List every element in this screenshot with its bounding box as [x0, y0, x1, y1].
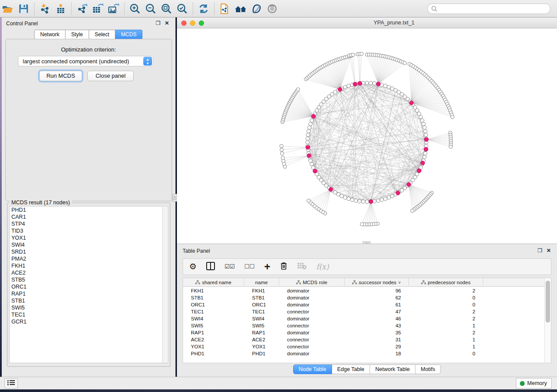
settings-gear-icon[interactable]: ⚙	[189, 262, 197, 271]
float-panel-icon[interactable]: ❐	[537, 248, 543, 254]
zoom-in-icon[interactable]	[127, 2, 143, 16]
graph-node[interactable]	[369, 81, 372, 85]
graph-node[interactable]	[419, 115, 422, 119]
graph-mcds-node[interactable]	[424, 147, 428, 151]
delete-table-icon[interactable]	[297, 262, 307, 271]
import-network-icon[interactable]	[37, 2, 53, 16]
mcds-result-item[interactable]: SWI5	[10, 304, 168, 311]
graph-node[interactable]	[424, 133, 428, 137]
tab-network-table[interactable]: Network Table	[370, 364, 415, 374]
export-network-icon[interactable]	[74, 2, 90, 16]
graph-node[interactable]	[411, 209, 414, 213]
column-header-successor-nodes[interactable]: successor nodes∨	[345, 278, 409, 287]
graph-node[interactable]	[343, 196, 347, 199]
graph-node[interactable]	[422, 122, 425, 126]
window-close-button[interactable]	[181, 21, 187, 26]
table-row[interactable]: PHD1PHD1dominator180	[183, 350, 545, 357]
tab-edge-table[interactable]: Edge Table	[332, 364, 370, 374]
graph-node[interactable]	[350, 198, 354, 202]
graph-node[interactable]	[365, 200, 369, 203]
tab-motifs[interactable]: Motifs	[415, 364, 441, 374]
graph-node[interactable]	[403, 62, 407, 65]
tab-style[interactable]: Style	[66, 30, 89, 39]
graph-node[interactable]	[308, 159, 312, 162]
run-mcds-button[interactable]: Run MCDS	[39, 71, 82, 81]
table-row[interactable]: ACE2ACE2connector311	[183, 336, 545, 343]
mcds-result-item[interactable]: STB1	[10, 297, 168, 304]
tab-node-table[interactable]: Node Table	[293, 364, 332, 374]
graph-node[interactable]	[306, 133, 310, 137]
graph-mcds-node[interactable]	[369, 199, 373, 203]
graph-node[interactable]	[361, 200, 365, 203]
graph-node[interactable]	[281, 156, 284, 160]
graph-node[interactable]	[308, 126, 311, 129]
zoom-out-icon[interactable]	[143, 2, 159, 16]
network-window-titlebar[interactable]: YPA_prune.txt_1	[177, 17, 557, 28]
scrollbar-thumb[interactable]	[546, 281, 550, 323]
mcds-result-item[interactable]: PMA2	[10, 255, 168, 262]
refresh-layout-icon[interactable]	[196, 2, 211, 16]
graph-node[interactable]	[358, 199, 361, 203]
graph-node[interactable]	[384, 84, 387, 87]
graph-mcds-node[interactable]	[311, 114, 315, 118]
column-header-name[interactable]: name	[244, 278, 279, 287]
table-row[interactable]: SWI5SWI5connector431	[183, 322, 545, 329]
tab-network[interactable]: Network	[34, 30, 66, 39]
graph-mcds-node[interactable]	[377, 82, 381, 86]
mcds-result-list[interactable]: PHD1CAR1STP4TID3YOX1SWI4SRD1PMA2FKH1ACE2…	[9, 206, 168, 363]
graph-node[interactable]	[347, 197, 350, 200]
tab-select[interactable]: Select	[89, 30, 115, 39]
graph-node[interactable]	[280, 152, 284, 155]
graph-node[interactable]	[280, 148, 284, 151]
graph-node[interactable]	[306, 137, 309, 140]
graph-mcds-node[interactable]	[329, 187, 333, 191]
graph-mcds-node[interactable]	[313, 169, 317, 173]
function-builder-icon[interactable]: f(x)	[316, 262, 329, 271]
graph-node[interactable]	[387, 85, 391, 89]
optimization-criterion-select[interactable]: largest connected component (undirected)…	[18, 56, 153, 66]
column-header-predecessor-nodes[interactable]: predecessor nodes	[409, 278, 483, 287]
show-columns-icon[interactable]	[206, 262, 215, 272]
add-column-icon[interactable]: +	[264, 262, 270, 271]
graph-node[interactable]	[391, 194, 394, 198]
memory-button[interactable]: Memory	[516, 378, 552, 389]
hide-visual-icon[interactable]	[249, 2, 264, 16]
open-file-icon[interactable]	[0, 2, 16, 16]
graph-mcds-node[interactable]	[306, 145, 310, 149]
window-minimize-button[interactable]	[190, 21, 195, 26]
graph-node[interactable]	[423, 155, 426, 159]
graph-mcds-node[interactable]	[307, 154, 311, 158]
graph-node[interactable]	[351, 53, 355, 56]
table-row[interactable]: ORC1ORC1dominator610	[183, 301, 545, 308]
graph-node[interactable]	[307, 129, 310, 133]
close-panel-button[interactable]: Close panel	[87, 71, 134, 81]
node-table-scrollbar[interactable]	[544, 278, 551, 363]
graph-node[interactable]	[340, 194, 343, 198]
mcds-result-item[interactable]: SRD1	[10, 248, 168, 255]
first-neighbors-icon[interactable]	[233, 2, 249, 16]
window-zoom-button[interactable]	[199, 21, 204, 26]
graph-node[interactable]	[310, 162, 313, 166]
mcds-result-item[interactable]: YOX1	[10, 234, 168, 241]
export-table-icon[interactable]	[90, 2, 106, 16]
graph-node[interactable]	[360, 223, 364, 226]
mcds-result-item[interactable]: ACE2	[10, 269, 168, 276]
mcds-result-item[interactable]: STB5	[10, 276, 168, 283]
graph-node[interactable]	[360, 52, 363, 55]
graph-node[interactable]	[365, 81, 369, 85]
table-row[interactable]: STB1STB1dominator620	[183, 294, 545, 301]
graph-node[interactable]	[306, 141, 309, 144]
table-row[interactable]: FKH1FKH1dominator962	[183, 287, 545, 294]
mcds-result-item[interactable]: STP4	[10, 220, 168, 227]
table-row[interactable]: SWI4SWI4dominator462	[183, 315, 545, 322]
select-all-rows-icon[interactable]: ☑☑	[225, 262, 235, 271]
column-header-MCDS-role[interactable]: MCDS role	[279, 278, 345, 287]
graph-mcds-node[interactable]	[396, 191, 400, 195]
graph-node[interactable]	[310, 119, 313, 122]
vertical-splitter-grip[interactable]	[172, 194, 177, 202]
graph-node[interactable]	[311, 166, 315, 169]
graph-node[interactable]	[420, 119, 424, 122]
mcds-result-item[interactable]: PHD1	[10, 206, 168, 213]
graph-node[interactable]	[380, 198, 384, 202]
graph-node[interactable]	[417, 112, 421, 115]
